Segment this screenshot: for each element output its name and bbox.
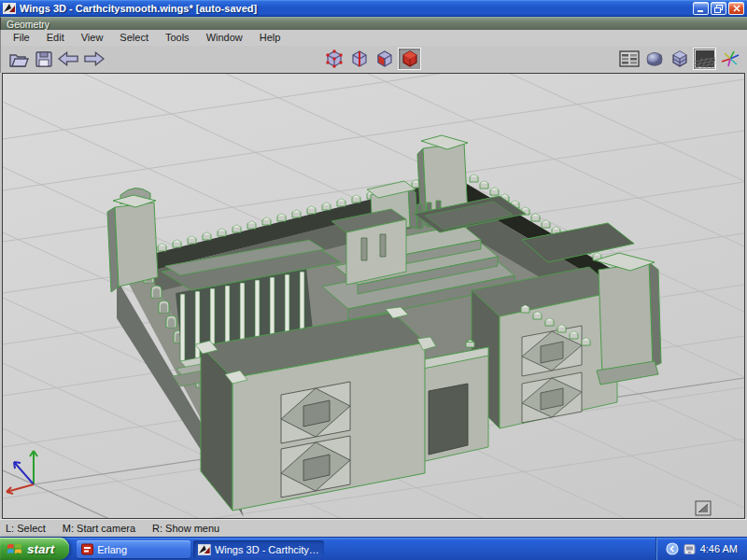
menu-edit[interactable]: Edit (38, 30, 73, 46)
menu-view[interactable]: View (73, 30, 112, 46)
minimize-button[interactable] (693, 2, 709, 15)
hint-left-mouse: L: Select (6, 523, 46, 534)
menu-window[interactable]: Window (198, 30, 251, 46)
start-label: start (27, 542, 54, 556)
viewport-resize-handle[interactable] (696, 501, 711, 515)
edge-select-button[interactable] (347, 48, 371, 70)
hint-middle-mouse: M: Start camera (63, 523, 135, 534)
smooth-preview-button[interactable] (642, 48, 666, 70)
task-label: Erlang (97, 544, 127, 555)
task-erlang[interactable]: Erlang (77, 540, 190, 558)
show-groundplane-button[interactable] (693, 48, 716, 70)
statusbar: L: Select M: Start camera R: Show menu (0, 519, 747, 537)
start-button[interactable]: start (0, 538, 69, 560)
back-left-tower (107, 188, 158, 292)
menu-select[interactable]: Select (111, 30, 157, 46)
vertex-select-button[interactable] (322, 48, 345, 70)
axes-icon (720, 49, 740, 68)
forward-button[interactable] (82, 48, 106, 70)
minimize-icon (697, 5, 705, 12)
toolbar (0, 46, 747, 73)
body-select-button[interactable] (398, 48, 421, 70)
save-button[interactable] (32, 48, 55, 70)
close-icon (733, 5, 740, 12)
edge-mode-cube-icon (349, 49, 370, 69)
erlang-task-icon (81, 543, 93, 555)
task-label: Wings 3D - Carthcitys... (215, 544, 319, 555)
wings3d-task-icon (198, 544, 211, 555)
tray-app-icon[interactable] (684, 543, 696, 555)
show-axes-button[interactable] (718, 48, 741, 70)
collapse-chevron-icon[interactable] (666, 542, 679, 555)
titlebar: Wings 3D - Carthcitysmooth.wings* [auto-… (0, 0, 747, 17)
viewport-scene (3, 74, 744, 518)
geometry-windows-button[interactable] (617, 48, 641, 70)
wings3d-window: Wings 3D - Carthcitysmooth.wings* [auto-… (0, 0, 747, 560)
orientation-axes (7, 451, 37, 494)
open-folder-icon (8, 50, 29, 68)
close-button[interactable] (728, 2, 744, 15)
back-button[interactable] (57, 48, 80, 70)
right-building (472, 267, 617, 428)
tray-clock: 4:46 AM (700, 543, 738, 554)
geometry-window-bar: Geometry (0, 17, 747, 30)
geometry-window-title: Geometry (7, 18, 49, 31)
back-arrow-icon (58, 51, 79, 66)
face-mode-cube-icon (374, 49, 395, 69)
forward-arrow-icon (83, 51, 105, 66)
restore-button[interactable] (711, 2, 726, 15)
open-button[interactable] (7, 48, 30, 70)
restore-icon (714, 5, 723, 13)
geometry-viewport[interactable] (2, 73, 745, 519)
system-tray: 4:46 AM (655, 538, 747, 560)
taskbar: start Erlang Wings 3D - Carthcitys... (0, 537, 747, 560)
hint-right-mouse: R: Show menu (152, 523, 219, 534)
body-mode-cube-icon (400, 49, 420, 69)
castle-model (107, 135, 661, 517)
menu-file[interactable]: File (5, 30, 38, 46)
menu-help[interactable]: Help (251, 30, 289, 46)
wings3d-logo-icon (3, 3, 16, 14)
gate-opening (429, 384, 468, 455)
geometry-windows-icon (619, 50, 640, 67)
window-title: Wings 3D - Carthcitysmooth.wings* [auto-… (20, 0, 693, 17)
face-select-button[interactable] (373, 48, 396, 70)
smooth-shaded-icon (645, 49, 664, 68)
save-floppy-icon (35, 50, 53, 68)
wireframe-cube-icon (669, 49, 690, 69)
right-tower (595, 253, 661, 385)
menu-tools[interactable]: Tools (157, 30, 198, 46)
menubar: File Edit View Select Tools Window Help (0, 30, 747, 46)
groundplane-grid-icon (695, 49, 715, 68)
windows-flag-icon (7, 541, 22, 556)
workmode-toggle-button[interactable] (668, 48, 691, 70)
vertex-mode-cube-icon (324, 49, 345, 69)
task-wings3d[interactable]: Wings 3D - Carthcitys... (193, 540, 324, 558)
